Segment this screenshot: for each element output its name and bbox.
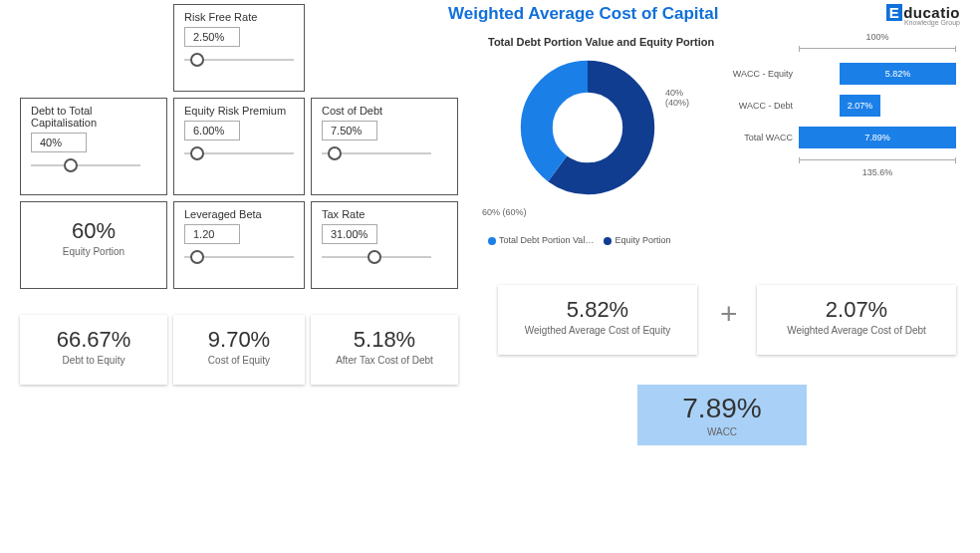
top-scale-line <box>799 48 956 56</box>
wacc-equity-value: 5.82% <box>498 297 697 323</box>
bar-chart-block: 100% WACC - Equity 5.82% WACC - Debt 2.0… <box>729 48 956 177</box>
legend-dot-equity <box>604 237 612 245</box>
wacc-equity-box: 5.82% Weigthed Average Cost of Equity <box>498 285 697 355</box>
wacc-final-box: 7.89% WACC <box>637 385 807 445</box>
legend-dot-debt <box>488 237 496 245</box>
debt-to-equity-box: 66.67% Debt to Equity <box>20 315 167 385</box>
debt-to-equity-value: 66.67% <box>20 327 167 353</box>
cost-of-equity-caption: Cost of Equity <box>173 355 305 366</box>
donut-legend: Total Debt Portion Val… Equity Portion <box>488 235 717 245</box>
equity-risk-premium-card: Equity Risk Premium 6.00% <box>173 98 305 195</box>
wacc-debt-box: 2.07% Weighted Average Cost of Debt <box>757 285 956 355</box>
leveraged-beta-label: Leveraged Beta <box>184 208 294 220</box>
wacc-final-value: 7.89% <box>661 393 783 424</box>
leveraged-beta-card: Leveraged Beta 1.20 <box>173 201 305 289</box>
bottom-scale-label: 135.6% <box>799 167 956 177</box>
debt-to-total-cap-card: Debt to Total Capitalisation 40% <box>20 98 167 195</box>
after-tax-cod-value: 5.18% <box>311 327 458 353</box>
donut-chart-block: Total Debt Portion Value and Equity Port… <box>488 36 717 245</box>
debt-to-total-cap-label: Debt to Total Capitalisation <box>31 105 156 129</box>
risk-free-rate-card: Risk Free Rate 2.50% <box>173 4 305 92</box>
debt-to-total-cap-value[interactable]: 40% <box>31 133 87 152</box>
bar-fill-total: 7.89% <box>799 127 956 148</box>
page-title: Weighted Average Cost of Capital <box>448 4 718 24</box>
equity-portion-value: 60% <box>31 218 156 244</box>
donut-title: Total Debt Portion Value and Equity Port… <box>488 36 717 48</box>
tax-rate-value[interactable]: 31.00% <box>322 224 377 244</box>
cost-of-debt-slider[interactable] <box>322 144 431 162</box>
wacc-equity-caption: Weigthed Average Cost of Equity <box>498 325 697 336</box>
after-tax-cod-caption: After Tax Cost of Debt <box>311 355 458 366</box>
cost-of-equity-box: 9.70% Cost of Equity <box>173 315 305 385</box>
bar-row-total: Total WACC 7.89% <box>729 122 956 153</box>
bar-label-equity: WACC - Equity <box>729 69 799 79</box>
risk-free-rate-slider[interactable] <box>184 51 294 69</box>
plus-icon: + <box>720 297 738 331</box>
bar-label-total: Total WACC <box>729 133 799 142</box>
donut-equity-label: 60% (60%) <box>482 207 527 217</box>
tax-rate-label: Tax Rate <box>322 208 447 220</box>
cost-of-debt-label: Cost of Debt <box>322 105 447 117</box>
bar-label-debt: WACC - Debt <box>729 101 799 111</box>
equity-risk-premium-value[interactable]: 6.00% <box>184 121 240 140</box>
tax-rate-card: Tax Rate 31.00% <box>311 201 458 289</box>
equity-risk-premium-label: Equity Risk Premium <box>184 105 294 117</box>
debt-to-total-cap-slider[interactable] <box>31 156 140 174</box>
cost-of-equity-value: 9.70% <box>173 327 305 353</box>
after-tax-cod-box: 5.18% After Tax Cost of Debt <box>311 315 458 385</box>
leveraged-beta-value[interactable]: 1.20 <box>184 224 240 244</box>
bar-fill-equity: 5.82% <box>840 63 956 85</box>
donut-chart-svg <box>508 48 667 207</box>
risk-free-rate-label: Risk Free Rate <box>184 11 294 23</box>
debt-to-equity-caption: Debt to Equity <box>20 355 167 366</box>
wacc-debt-caption: Weighted Average Cost of Debt <box>757 325 956 336</box>
risk-free-rate-value[interactable]: 2.50% <box>184 27 240 47</box>
equity-portion-card: 60% Equity Portion <box>20 201 167 289</box>
equity-portion-caption: Equity Portion <box>31 246 156 257</box>
bottom-scale-line <box>799 159 956 167</box>
bar-row-equity: WACC - Equity 5.82% <box>729 58 956 90</box>
donut-debt-label: 40% (40%) <box>665 88 689 108</box>
bar-fill-debt: 2.07% <box>840 95 880 117</box>
brand-logo: Educatio Knowledge Group <box>886 4 960 26</box>
wacc-debt-value: 2.07% <box>757 297 956 323</box>
leveraged-beta-slider[interactable] <box>184 248 294 266</box>
cost-of-debt-value[interactable]: 7.50% <box>322 121 377 140</box>
cost-of-debt-card: Cost of Debt 7.50% <box>311 98 458 195</box>
bar-row-debt: WACC - Debt 2.07% <box>729 90 956 122</box>
wacc-final-caption: WACC <box>661 426 783 437</box>
equity-risk-premium-slider[interactable] <box>184 144 294 162</box>
tax-rate-slider[interactable] <box>322 248 431 266</box>
top-scale-label: 100% <box>799 32 956 42</box>
